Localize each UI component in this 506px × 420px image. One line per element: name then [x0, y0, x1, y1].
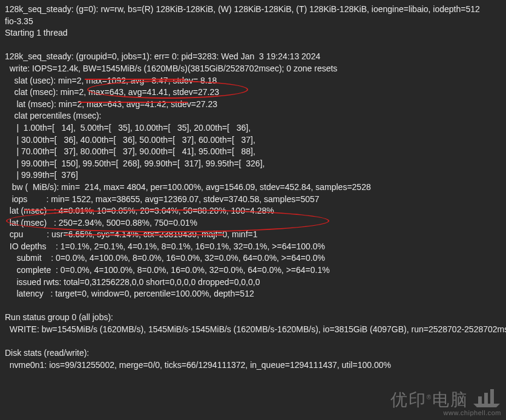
- status-hdr: Run status group 0 (all jobs):: [5, 312, 113, 322]
- run-lat: lat (msec): min=2, max=643, avg=41.42, s…: [5, 99, 217, 109]
- run-clat: clat (msec): min=2, max=643, avg=41.41, …: [5, 87, 219, 97]
- pct-2: | 30.00th=[ 36], 40.00th=[ 36], 50.00th=…: [5, 135, 255, 145]
- issued: issued rwts: total=0,31256228,0,0 short=…: [5, 277, 260, 287]
- complete: complete : 0=0.0%, 4=100.0%, 8=0.0%, 16=…: [5, 265, 330, 275]
- watermark-brand: 优印®电脑: [390, 392, 468, 409]
- svg-rect-1: [484, 393, 488, 404]
- lat-2: lat (msec) : 250=2.94%, 500=0.88%, 750=0…: [5, 218, 197, 228]
- clat-pct-hdr: clat percentiles (msec):: [5, 111, 102, 120]
- run-iops: iops : min= 1522, max=38655, avg=12369.0…: [5, 194, 320, 204]
- ship-icon: [472, 388, 501, 409]
- disk-line: nvme0n1: ios=99/31255002, merge=0/0, tic…: [5, 360, 391, 370]
- lat-1: lat (msec) : 4=0.01%, 10=0.05%, 20=3.64%…: [5, 206, 274, 215]
- watermark-url: www.chiphell.com: [390, 409, 501, 418]
- hdr-l3: Starting 1 thread: [5, 28, 68, 38]
- pct-4: | 99.00th=[ 150], 99.50th=[ 268], 99.90t…: [5, 159, 264, 168]
- pct-5: | 99.99th=[ 376]: [5, 170, 78, 180]
- io-depths: IO depths : 1=0.1%, 2=0.1%, 4=0.1%, 8=0.…: [5, 241, 325, 251]
- pct-3: | 70.00th=[ 37], 80.00th=[ 37], 90.00th=…: [5, 146, 255, 156]
- svg-rect-0: [478, 396, 482, 404]
- run-cpu: cpu : usr=6.65%, sys=4.14%, ctx=23819439…: [5, 229, 258, 239]
- svg-rect-2: [490, 389, 494, 404]
- hdr-l1: 128k_seq_steady: (g=0): rw=rw, bs=(R) 12…: [5, 4, 480, 14]
- latency: latency : target=0, window=0, percentile…: [5, 289, 254, 298]
- hdr-l2: fio-3.35: [5, 16, 33, 26]
- disk-hdr: Disk stats (read/write):: [5, 348, 89, 358]
- run-write: write: IOPS=12.4k, BW=1545MiB/s (1620MB/…: [5, 64, 337, 73]
- pct-1: | 1.00th=[ 14], 5.00th=[ 35], 10.00th=[ …: [5, 123, 251, 133]
- status-write: WRITE: bw=1545MiB/s (1620MB/s), 1545MiB/…: [5, 324, 506, 334]
- submit: submit : 0=0.0%, 4=100.0%, 8=0.0%, 16=0.…: [5, 253, 325, 263]
- run-slat: slat (usec): min=2, max=1092, avg= 8.47,…: [5, 76, 217, 85]
- run-title: 128k_seq_steady: (groupid=0, jobs=1): er…: [5, 51, 320, 61]
- watermark: 优印®电脑 www.chiphell.com: [390, 388, 501, 418]
- run-bw: bw ( MiB/s): min= 214, max= 4804, per=10…: [5, 182, 371, 192]
- terminal-output: 128k_seq_steady: (g=0): rw=rw, bs=(R) 12…: [0, 0, 506, 375]
